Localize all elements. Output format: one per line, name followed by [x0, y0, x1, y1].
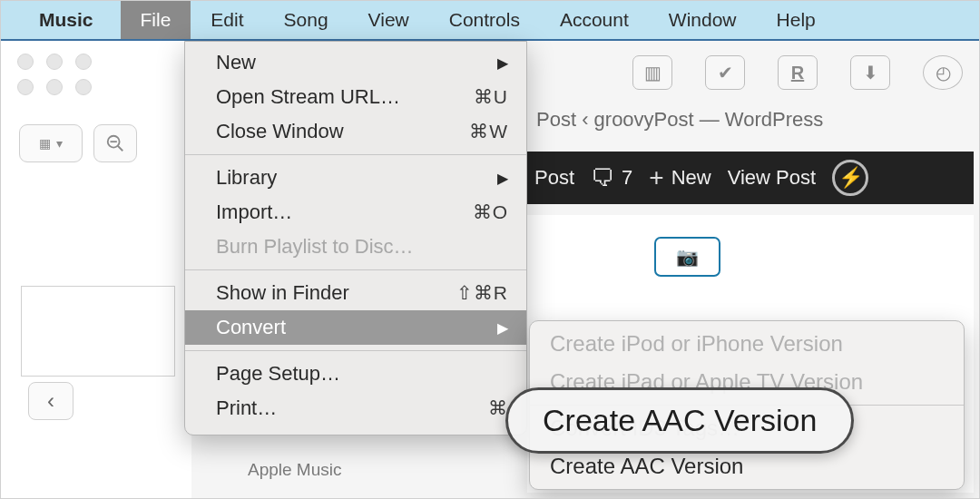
submenu-arrow-icon: ▶ — [497, 170, 508, 187]
menubar-view[interactable]: View — [348, 1, 429, 39]
menubar-controls[interactable]: Controls — [429, 1, 540, 39]
compass-icon[interactable]: ◴ — [923, 55, 963, 90]
reader-icon[interactable]: R — [778, 55, 818, 90]
file-menu-dropdown: New ▶ Open Stream URL… ⌘U Close Window ⌘… — [184, 41, 527, 435]
traffic-minimize-2[interactable] — [46, 79, 63, 95]
file-menu-print[interactable]: Print… ⌘ — [185, 391, 526, 426]
chevron-left-icon: ‹ — [47, 388, 54, 414]
menubar-app-name[interactable]: Music — [39, 1, 121, 39]
traffic-zoom[interactable] — [75, 54, 92, 70]
magnifier-minus-icon — [105, 133, 125, 153]
window-traffic-lights-2 — [1, 75, 191, 101]
address-bar-text: Post ‹ groovyPost — WordPress — [536, 108, 823, 132]
file-menu-show-in-finder[interactable]: Show in Finder ⇧⌘R — [185, 276, 526, 310]
wp-post-label[interactable]: Post — [534, 166, 574, 190]
plus-icon: + — [649, 163, 663, 192]
back-button[interactable]: ‹ — [28, 382, 74, 420]
zoom-out-button[interactable] — [93, 124, 137, 162]
menubar-window[interactable]: Window — [649, 1, 757, 39]
menubar: Music File Edit Song View Controls Accou… — [1, 1, 979, 41]
menubar-edit[interactable]: Edit — [191, 1, 263, 39]
grid-icon: ▦ — [39, 136, 51, 151]
file-menu-convert[interactable]: Convert ▶ — [185, 310, 526, 345]
download-icon[interactable]: ⬇ — [850, 55, 890, 90]
sidebar-apple-music-label[interactable]: Apple Music — [248, 460, 342, 480]
toolbar-icons-row: ▥ ✔ R ⬇ ◴ — [632, 55, 963, 90]
menu-separator — [185, 350, 526, 351]
comment-icon: 🗨 — [591, 164, 614, 192]
add-media-button[interactable]: 📷 — [654, 237, 720, 277]
traffic-close[interactable] — [17, 54, 34, 70]
camera-icon: 📷 — [676, 246, 699, 268]
svg-line-1 — [118, 146, 123, 152]
submenu-arrow-icon: ▶ — [497, 54, 508, 72]
check-circle-icon[interactable]: ✔ — [705, 55, 745, 90]
submenu-arrow-icon: ▶ — [497, 319, 508, 337]
menubar-help[interactable]: Help — [757, 1, 836, 39]
wp-bolt-icon[interactable]: ⚡ — [832, 160, 868, 196]
file-menu-page-setup[interactable]: Page Setup… — [185, 357, 526, 391]
window-traffic-lights — [1, 41, 191, 75]
wp-new[interactable]: + New — [649, 163, 710, 192]
file-menu-library[interactable]: Library ▶ — [185, 161, 526, 195]
menu-separator — [185, 154, 526, 155]
file-menu-open-stream[interactable]: Open Stream URL… ⌘U — [185, 80, 526, 114]
view-mode-button[interactable]: ▦ ▾ — [19, 124, 83, 162]
file-menu-close-window[interactable]: Close Window ⌘W — [185, 114, 526, 149]
wordpress-admin-bar: Post 🗨 7 + New View Post ⚡ — [527, 152, 974, 204]
menubar-account[interactable]: Account — [540, 1, 649, 39]
wp-view-post[interactable]: View Post — [728, 166, 816, 190]
callout-create-aac: Create AAC Version — [505, 387, 854, 454]
left-toolbar: ▦ ▾ — [1, 101, 191, 177]
sidebar-thumbnail[interactable] — [21, 286, 175, 377]
chevron-down-icon: ▾ — [56, 136, 63, 151]
music-app-left-column: ▦ ▾ ‹ — [1, 41, 191, 498]
sidebar-toggle-icon[interactable]: ▥ — [632, 55, 672, 90]
traffic-close-2[interactable] — [17, 79, 34, 95]
menubar-song[interactable]: Song — [264, 1, 348, 39]
traffic-minimize[interactable] — [46, 54, 63, 70]
traffic-zoom-2[interactable] — [75, 79, 92, 95]
wp-comments[interactable]: 🗨 7 — [591, 164, 632, 192]
convert-ipod[interactable]: Create iPod or iPhone Version — [530, 325, 964, 363]
file-menu-import[interactable]: Import… ⌘O — [185, 195, 526, 230]
wp-comments-count: 7 — [622, 166, 632, 190]
menubar-file[interactable]: File — [121, 1, 191, 39]
file-menu-new[interactable]: New ▶ — [185, 45, 526, 80]
file-menu-burn: Burn Playlist to Disc… — [185, 230, 526, 264]
menu-separator — [185, 269, 526, 270]
